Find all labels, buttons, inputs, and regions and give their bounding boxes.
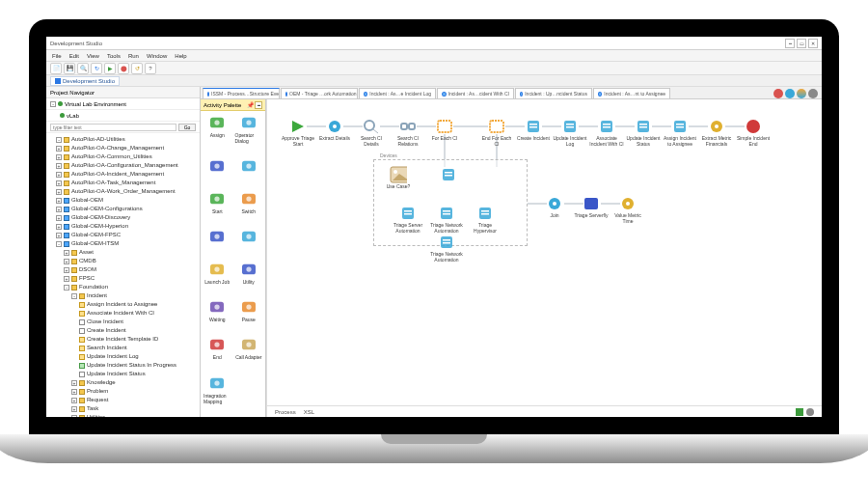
process-node[interactable]: Search CI Relations bbox=[391, 119, 425, 147]
tree-node[interactable]: -AutoPilot-AD-Utilities bbox=[50, 135, 198, 144]
menu-edit[interactable]: Edit bbox=[69, 53, 79, 59]
maximize-button[interactable]: ▭ bbox=[797, 39, 806, 48]
expand-icon[interactable]: + bbox=[64, 259, 69, 264]
zoom-fit-icon[interactable] bbox=[796, 408, 803, 416]
editor-tab[interactable]: Incident : Up…ncident Status bbox=[515, 88, 592, 98]
layout-icon[interactable] bbox=[808, 89, 818, 98]
expand-icon[interactable]: + bbox=[56, 154, 62, 160]
tree-node[interactable]: +Global-OEM-Discovery bbox=[50, 213, 198, 222]
expand-icon[interactable]: + bbox=[56, 215, 62, 221]
process-node[interactable]: Update Incident Log bbox=[553, 119, 587, 147]
environment-row[interactable]: - Virtual Lab Environment bbox=[46, 98, 200, 110]
process-node[interactable]: Extract Details bbox=[317, 119, 352, 141]
menu-window[interactable]: Window bbox=[147, 53, 167, 59]
debug-icon[interactable]: ⬤ bbox=[118, 63, 129, 74]
collapse-icon[interactable]: - bbox=[56, 241, 62, 247]
tree-node[interactable]: -Incident bbox=[50, 291, 198, 300]
process-node[interactable]: Value Metric Time bbox=[610, 196, 645, 224]
environment-sub[interactable]: vLab bbox=[46, 110, 200, 122]
tree-node[interactable]: Close Incident bbox=[50, 318, 198, 326]
tree-node[interactable]: +AutoPilot-OA-Change_Management bbox=[50, 144, 198, 152]
expand-icon[interactable]: + bbox=[56, 189, 62, 195]
collapse-icon[interactable]: - bbox=[64, 285, 69, 290]
record-icon[interactable] bbox=[773, 89, 783, 98]
filter-input[interactable] bbox=[50, 124, 176, 131]
close-button[interactable]: ✕ bbox=[808, 39, 818, 48]
expand-icon[interactable]: + bbox=[56, 233, 62, 238]
expand-icon[interactable]: + bbox=[71, 398, 77, 403]
expand-icon[interactable]: + bbox=[64, 267, 69, 273]
tree-node[interactable]: +Request bbox=[50, 396, 198, 404]
tree-node[interactable]: +AutoPilot-OA-Task_Management bbox=[50, 179, 198, 187]
expand-icon[interactable]: + bbox=[64, 250, 69, 256]
tree-node[interactable]: +Global-OEM-Hyperion bbox=[50, 222, 198, 231]
tree-node[interactable]: Create Incident Template ID bbox=[50, 335, 198, 344]
tree-node[interactable]: Update Incident Status bbox=[50, 370, 198, 378]
editor-tab[interactable]: Incident : As…e Incident Log bbox=[359, 88, 436, 98]
new-icon[interactable]: 📄 bbox=[50, 63, 62, 74]
settings-icon[interactable] bbox=[797, 89, 806, 98]
tree-node[interactable]: +DSOM bbox=[50, 265, 198, 274]
tree-node[interactable]: Update Incident Log bbox=[50, 352, 198, 361]
bottom-tab-xsl[interactable]: XSL bbox=[304, 409, 314, 415]
tree-node[interactable]: Create Incident bbox=[50, 326, 198, 335]
tree-node[interactable]: -Foundation bbox=[50, 283, 198, 291]
search-icon[interactable]: 🔍 bbox=[77, 63, 89, 74]
filter-go-button[interactable]: Go bbox=[178, 124, 196, 131]
process-node[interactable]: Create Incident bbox=[516, 119, 551, 141]
menu-file[interactable]: File bbox=[52, 53, 62, 59]
palette-item[interactable] bbox=[203, 156, 232, 186]
process-node[interactable]: Triage Network Automation bbox=[429, 206, 464, 234]
process-node[interactable]: Triage Serverfly bbox=[574, 196, 609, 218]
tree-node[interactable]: +Global-OEM bbox=[50, 196, 198, 205]
perspective-tab[interactable]: Development Studio bbox=[50, 76, 120, 86]
palette-item[interactable]: Start bbox=[203, 189, 232, 225]
palette-item[interactable]: Operator Dialog bbox=[234, 113, 264, 154]
process-node[interactable]: Extract Metric Financials bbox=[699, 119, 734, 147]
palette-item[interactable]: Assign bbox=[203, 113, 232, 154]
tree-node[interactable]: +Problem bbox=[50, 387, 198, 396]
process-node[interactable]: Update Incident Status bbox=[626, 119, 661, 147]
expand-icon[interactable]: + bbox=[56, 207, 62, 212]
collapse-icon[interactable]: - bbox=[71, 293, 77, 299]
expand-icon[interactable]: + bbox=[71, 389, 77, 395]
process-node[interactable]: Approve Triage Start bbox=[281, 119, 315, 147]
history-icon[interactable]: ↺ bbox=[131, 63, 143, 74]
tree-node[interactable]: +Knowledge bbox=[50, 378, 198, 387]
tree-node[interactable]: +AutoPilot-OA-Common_Utilities bbox=[50, 152, 198, 161]
palette-item[interactable]: Call Adapter bbox=[234, 335, 264, 371]
process-node[interactable]: Triage Server Automation bbox=[391, 206, 425, 234]
palette-item[interactable]: Switch bbox=[234, 189, 264, 225]
tree-node[interactable]: +Asset bbox=[50, 248, 198, 257]
tree-node[interactable]: +Global-OEM-FPSC bbox=[50, 231, 198, 239]
editor-tab[interactable]: OEM - Triage …ork Automation bbox=[281, 88, 358, 98]
tree-node[interactable]: +FPSC bbox=[50, 274, 198, 283]
expand-icon[interactable]: - bbox=[50, 101, 56, 107]
palette-item[interactable]: End bbox=[203, 335, 232, 371]
process-node[interactable]: Search CI Details bbox=[354, 119, 389, 147]
help-icon[interactable]: ? bbox=[145, 63, 156, 74]
minimize-palette-icon[interactable]: ━ bbox=[255, 101, 262, 109]
tree-node[interactable]: Associate Incident With CI bbox=[50, 309, 198, 318]
process-node[interactable]: Join bbox=[537, 196, 572, 218]
editor-tab[interactable]: ISSM - Process…Structure Event bbox=[203, 88, 280, 98]
project-tree[interactable]: -AutoPilot-AD-Utilities+AutoPilot-OA-Cha… bbox=[46, 133, 200, 417]
bottom-tab-process[interactable]: Process bbox=[275, 409, 296, 415]
save-icon[interactable]: 💾 bbox=[64, 63, 75, 74]
tree-node[interactable]: +AutoPilot-OA-Configuration_Management bbox=[50, 161, 198, 170]
tree-node[interactable]: +Task bbox=[50, 404, 198, 413]
expand-icon[interactable]: + bbox=[56, 224, 62, 230]
palette-item[interactable]: Waiting bbox=[203, 297, 232, 333]
process-node[interactable]: Simple Incident End bbox=[736, 119, 771, 147]
tree-node[interactable]: Search Incident bbox=[50, 344, 198, 352]
process-node[interactable]: Assign Incident to Assignee bbox=[663, 119, 697, 147]
menu-run[interactable]: Run bbox=[128, 53, 139, 59]
process-node[interactable]: Use Case? bbox=[381, 167, 416, 189]
process-node[interactable]: Triage Network Automation bbox=[429, 235, 464, 263]
expand-icon[interactable]: + bbox=[56, 163, 62, 169]
tree-node[interactable]: +Global-OEM-Configurations bbox=[50, 205, 198, 213]
expand-icon[interactable]: + bbox=[56, 180, 62, 186]
refresh-icon[interactable]: ↻ bbox=[91, 63, 102, 74]
expand-icon[interactable]: + bbox=[56, 146, 62, 152]
palette-item[interactable]: Integration Mapping bbox=[203, 374, 232, 415]
